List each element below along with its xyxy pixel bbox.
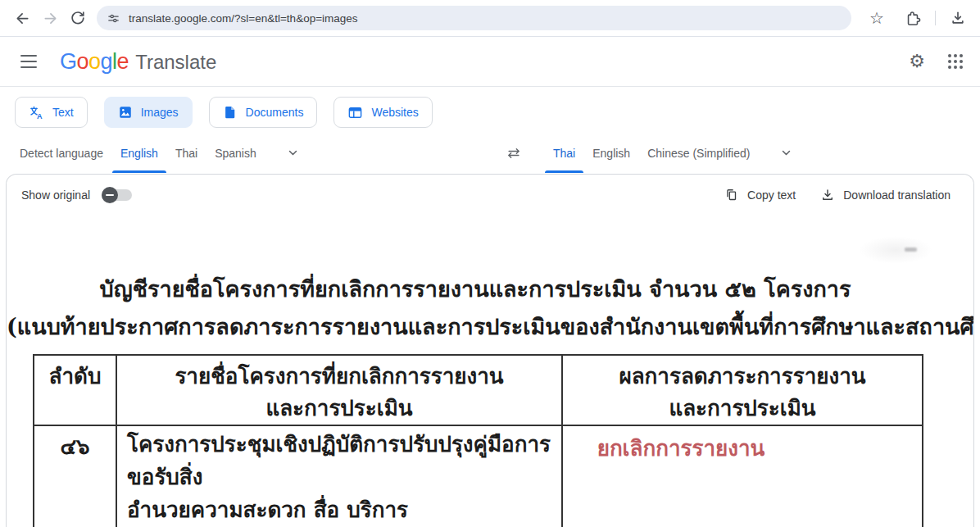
toggle-thumb-minus-icon bbox=[102, 187, 118, 203]
tab-label: Images bbox=[141, 106, 179, 119]
address-bar[interactable]: translate.google.com/?sl=en&tl=th&op=ima… bbox=[97, 6, 851, 30]
reload-icon[interactable] bbox=[64, 4, 92, 32]
row-cell-no: ๔๖ bbox=[34, 425, 116, 527]
tab-label: Websites bbox=[371, 106, 418, 119]
table-row: ๔๖ โครงการประชุมเชิงปฏิบัติการปรับปรุงคู… bbox=[34, 425, 923, 527]
copy-text-label: Copy text bbox=[747, 189, 796, 202]
source-language-list: Detect language English Thai Spanish bbox=[20, 133, 301, 173]
product-name: Translate bbox=[135, 51, 216, 74]
document-subtitle: (แนบท้ายประกาศการลดภาระการรายงานและการปร… bbox=[7, 309, 973, 344]
source-lang-english[interactable]: English bbox=[120, 133, 158, 173]
target-more-languages-chevron-down-icon[interactable] bbox=[778, 145, 794, 161]
site-info-icon[interactable] bbox=[107, 11, 120, 25]
tab-websites[interactable]: Websites bbox=[333, 97, 432, 128]
source-lang-thai[interactable]: Thai bbox=[175, 133, 197, 173]
download-translation-button[interactable]: Download translation bbox=[820, 188, 951, 202]
header-cell-project: รายชื่อโครงการที่ยกเลิกการรายงาน และการป… bbox=[116, 355, 562, 425]
document-icon bbox=[223, 105, 238, 120]
browser-toolbar: translate.google.com/?sl=en&tl=th&op=ima… bbox=[0, 0, 980, 37]
svg-text:A: A bbox=[37, 112, 43, 120]
tab-images[interactable]: Images bbox=[104, 97, 193, 128]
target-language-list: Thai English Chinese (Simplified) bbox=[506, 133, 794, 173]
scan-artifact bbox=[859, 236, 932, 264]
swap-languages-icon[interactable] bbox=[506, 145, 522, 161]
back-icon[interactable] bbox=[8, 4, 36, 32]
show-original-control: Show original bbox=[21, 187, 132, 203]
downloads-icon[interactable] bbox=[944, 4, 972, 32]
image-translation-panel: Show original Copy text Download transla… bbox=[6, 174, 974, 527]
translate-mode-tabs: A Text Images Documents Websites bbox=[0, 87, 980, 133]
bookmark-star-icon[interactable]: ☆ bbox=[863, 4, 891, 32]
image-icon bbox=[118, 105, 133, 120]
row-cell-project: โครงการประชุมเชิงปฏิบัติการปรับปรุงคู่มื… bbox=[116, 425, 562, 527]
translated-image: บัญชีรายชื่อโครงการที่ยกเลิกการรายงานและ… bbox=[7, 216, 973, 527]
translate-text-icon: A bbox=[29, 105, 44, 120]
header-cell-result: ผลการลดภาระการรายงาน และการประเมิน bbox=[562, 355, 923, 425]
document-title: บัญชีรายชื่อโครงการที่ยกเลิกการรายงานและ… bbox=[7, 271, 973, 307]
app-header: Google Translate ⚙ bbox=[0, 37, 980, 87]
source-lang-detect[interactable]: Detect language bbox=[20, 133, 103, 173]
target-lang-thai[interactable]: Thai bbox=[553, 133, 575, 173]
tab-text[interactable]: A Text bbox=[15, 97, 88, 128]
target-lang-english[interactable]: English bbox=[592, 133, 630, 173]
tab-label: Documents bbox=[246, 106, 304, 119]
source-more-languages-chevron-down-icon[interactable] bbox=[285, 145, 301, 161]
tab-label: Text bbox=[52, 106, 74, 119]
download-icon bbox=[820, 188, 835, 202]
google-logo-text: Google bbox=[60, 49, 129, 75]
result-toolbar: Show original Copy text Download transla… bbox=[7, 175, 973, 216]
tab-documents[interactable]: Documents bbox=[209, 97, 318, 128]
google-apps-icon[interactable] bbox=[948, 54, 963, 69]
settings-gear-icon[interactable]: ⚙ bbox=[909, 52, 925, 70]
url-text: translate.google.com/?sl=en&tl=th&op=ima… bbox=[129, 12, 358, 25]
translated-table: ลำดับ รายชื่อโครงการที่ยกเลิกการรายงาน แ… bbox=[33, 354, 923, 527]
website-icon bbox=[347, 105, 363, 120]
extensions-icon[interactable] bbox=[899, 4, 927, 32]
header-cell-no: ลำดับ bbox=[34, 355, 116, 425]
download-translation-label: Download translation bbox=[843, 189, 951, 202]
show-original-toggle[interactable] bbox=[102, 187, 132, 203]
row-cell-result: ยกเลิกการรายงาน bbox=[562, 425, 923, 527]
target-lang-chinese[interactable]: Chinese (Simplified) bbox=[647, 133, 750, 173]
show-original-label: Show original bbox=[21, 189, 90, 202]
language-bar: Detect language English Thai Spanish Tha… bbox=[0, 133, 980, 173]
source-lang-spanish[interactable]: Spanish bbox=[215, 133, 256, 173]
forward-icon[interactable] bbox=[36, 4, 64, 32]
main-menu-icon[interactable] bbox=[14, 47, 43, 76]
google-translate-logo[interactable]: Google Translate bbox=[60, 49, 216, 75]
table-header-row: ลำดับ รายชื่อโครงการที่ยกเลิกการรายงาน แ… bbox=[34, 355, 923, 425]
toolbar-divider bbox=[935, 11, 936, 25]
copy-icon bbox=[724, 188, 739, 202]
copy-text-button[interactable]: Copy text bbox=[724, 188, 796, 202]
